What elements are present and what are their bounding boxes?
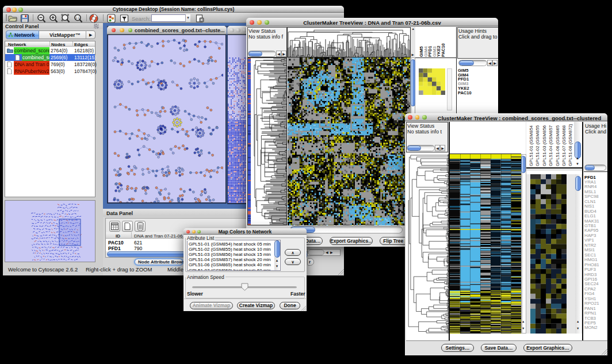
svg-text:1:1: 1:1 — [76, 16, 80, 20]
